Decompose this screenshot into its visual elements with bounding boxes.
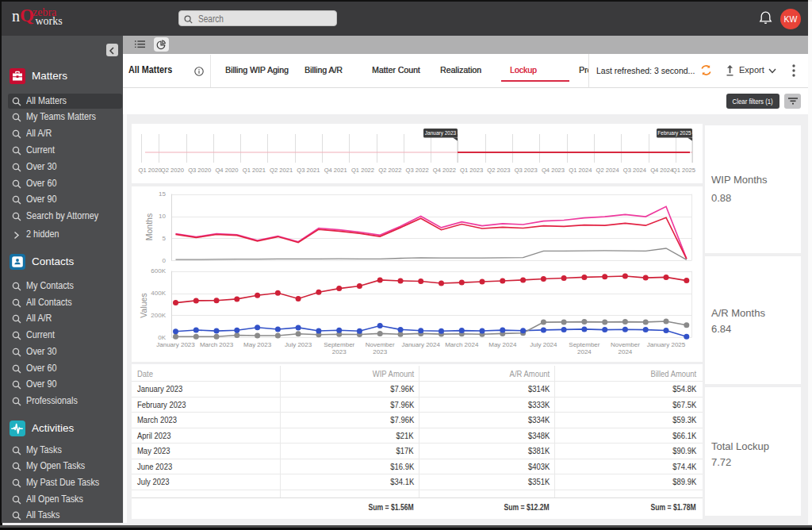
svg-text:Q4 2022: Q4 2022 [433, 167, 456, 174]
svg-text:February 2025: February 2025 [657, 130, 691, 136]
svg-text:May 2024: May 2024 [488, 341, 517, 348]
svg-text:2023: 2023 [332, 348, 347, 355]
svg-text:November: November [611, 341, 640, 348]
svg-text:10: 10 [159, 213, 166, 220]
svg-text:September: September [324, 341, 354, 348]
svg-text:Q2 2022: Q2 2022 [378, 167, 401, 174]
svg-text:Q1 2021: Q1 2021 [243, 167, 266, 174]
svg-text:January 2025: January 2025 [647, 341, 686, 348]
svg-text:January 2023: January 2023 [156, 341, 195, 348]
svg-text:Q1 2022: Q1 2022 [351, 167, 374, 174]
svg-text:Q4 2021: Q4 2021 [324, 167, 347, 174]
svg-text:Q4 2020: Q4 2020 [215, 167, 238, 174]
svg-text:September: September [569, 341, 599, 348]
svg-text:May 2023: May 2023 [243, 341, 272, 348]
svg-text:2024: 2024 [577, 348, 592, 355]
svg-text:Q3 2022: Q3 2022 [406, 167, 429, 174]
svg-text:400K: 400K [151, 290, 166, 297]
svg-text:Q4 2024: Q4 2024 [650, 167, 673, 174]
svg-text:0: 0 [163, 257, 167, 264]
svg-text:2024: 2024 [619, 348, 633, 355]
svg-text:Q1 2024: Q1 2024 [569, 167, 592, 174]
svg-text:Q1 2020: Q1 2020 [139, 167, 162, 174]
svg-text:Q2 2020: Q2 2020 [161, 167, 184, 174]
svg-text:Q3 2024: Q3 2024 [623, 167, 646, 174]
svg-text:January 2023: January 2023 [425, 130, 457, 136]
svg-text:Q3 2023: Q3 2023 [515, 167, 538, 174]
svg-text:5: 5 [163, 235, 167, 242]
svg-text:July 2024: July 2024 [530, 341, 557, 348]
svg-text:July 2023: July 2023 [285, 341, 312, 348]
svg-text:March 2023: March 2023 [200, 341, 234, 348]
svg-text:Q1 2025: Q1 2025 [672, 167, 695, 174]
svg-text:March 2024: March 2024 [445, 341, 479, 348]
svg-text:Q1 2023: Q1 2023 [460, 167, 483, 174]
svg-text:600K: 600K [151, 267, 166, 275]
svg-text:Months: Months [144, 213, 154, 240]
svg-text:Q3 2021: Q3 2021 [297, 167, 320, 174]
svg-text:200K: 200K [151, 312, 166, 319]
svg-text:Q4 2023: Q4 2023 [542, 167, 565, 174]
svg-text:January 2024: January 2024 [401, 341, 440, 348]
svg-text:2023: 2023 [373, 348, 387, 355]
svg-text:Q2 2021: Q2 2021 [270, 167, 293, 174]
svg-text:Q2 2024: Q2 2024 [596, 167, 619, 174]
svg-text:November: November [366, 341, 395, 348]
svg-text:Q2 2023: Q2 2023 [487, 167, 510, 174]
svg-text:Values: Values [139, 293, 148, 317]
svg-text:15: 15 [159, 190, 166, 198]
svg-text:Q3 2020: Q3 2020 [188, 167, 211, 174]
